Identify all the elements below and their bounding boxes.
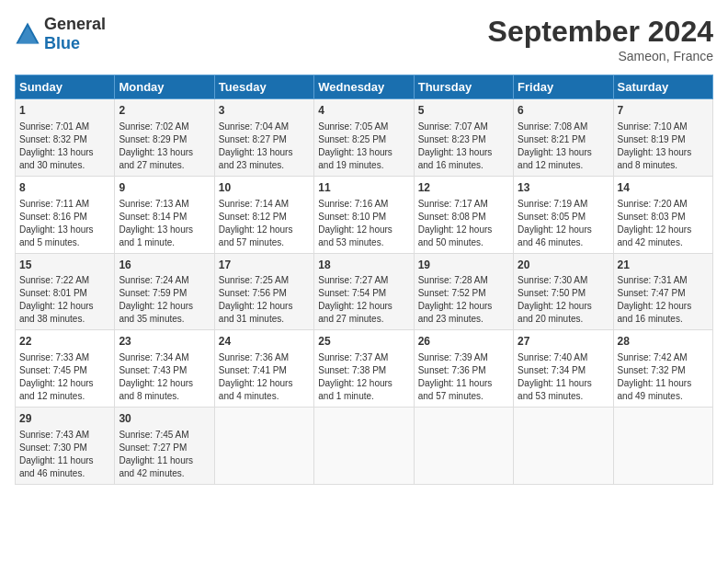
day-number: 26 xyxy=(418,334,509,350)
sunset-text: Sunset: 7:41 PM xyxy=(219,365,287,375)
sunrise-text: Sunrise: 7:36 AM xyxy=(219,352,289,362)
table-cell: 15Sunrise: 7:22 AMSunset: 8:01 PMDayligh… xyxy=(16,253,115,330)
sunset-text: Sunset: 8:16 PM xyxy=(19,212,87,222)
sunrise-text: Sunrise: 7:30 AM xyxy=(518,275,587,285)
day-number: 28 xyxy=(618,334,709,350)
table-cell: 12Sunrise: 7:17 AMSunset: 8:08 PMDayligh… xyxy=(414,176,513,253)
daylight-text: Daylight: 13 hours and 16 minutes. xyxy=(418,147,493,170)
logo-icon xyxy=(15,21,40,47)
daylight-text: Daylight: 13 hours and 5 minutes. xyxy=(19,224,94,247)
daylight-text: Daylight: 12 hours and 20 minutes. xyxy=(518,301,592,324)
header-thursday: Thursday xyxy=(414,75,513,99)
sunset-text: Sunset: 8:14 PM xyxy=(119,212,187,222)
day-number: 4 xyxy=(318,103,409,119)
sunset-text: Sunset: 8:21 PM xyxy=(518,134,586,144)
day-number: 7 xyxy=(618,103,709,119)
sunset-text: Sunset: 8:12 PM xyxy=(219,212,287,222)
table-cell: 6Sunrise: 7:08 AMSunset: 8:21 PMDaylight… xyxy=(514,99,613,177)
sunset-text: Sunset: 7:56 PM xyxy=(219,288,287,298)
table-cell: 11Sunrise: 7:16 AMSunset: 8:10 PMDayligh… xyxy=(314,176,414,253)
day-number: 19 xyxy=(418,258,509,273)
sunset-text: Sunset: 7:30 PM xyxy=(19,442,87,453)
day-number: 1 xyxy=(19,103,110,119)
header-tuesday: Tuesday xyxy=(214,75,313,99)
sunset-text: Sunset: 7:43 PM xyxy=(119,365,187,375)
table-cell: 16Sunrise: 7:24 AMSunset: 7:59 PMDayligh… xyxy=(115,253,214,330)
sunrise-text: Sunrise: 7:39 AM xyxy=(418,352,488,362)
sunrise-text: Sunrise: 7:42 AM xyxy=(618,352,688,362)
sunrise-text: Sunrise: 7:37 AM xyxy=(318,352,388,362)
header-monday: Monday xyxy=(115,75,214,99)
day-number: 11 xyxy=(318,180,409,196)
table-cell xyxy=(214,408,313,485)
table-cell: 17Sunrise: 7:25 AMSunset: 7:56 PMDayligh… xyxy=(214,253,313,330)
table-cell: 7Sunrise: 7:10 AMSunset: 8:19 PMDaylight… xyxy=(613,99,712,177)
week-row-3: 15Sunrise: 7:22 AMSunset: 8:01 PMDayligh… xyxy=(16,253,713,330)
table-cell: 22Sunrise: 7:33 AMSunset: 7:45 PMDayligh… xyxy=(16,330,115,408)
daylight-text: Daylight: 13 hours and 27 minutes. xyxy=(119,147,193,170)
day-number: 27 xyxy=(518,334,609,350)
table-cell: 21Sunrise: 7:31 AMSunset: 7:47 PMDayligh… xyxy=(613,253,712,330)
day-number: 16 xyxy=(119,258,210,273)
daylight-text: Daylight: 12 hours and 53 minutes. xyxy=(318,224,392,247)
sunrise-text: Sunrise: 7:28 AM xyxy=(418,275,488,285)
daylight-text: Daylight: 12 hours and 12 minutes. xyxy=(19,378,94,401)
calendar-table: Sunday Monday Tuesday Wednesday Thursday… xyxy=(15,75,713,485)
table-cell: 19Sunrise: 7:28 AMSunset: 7:52 PMDayligh… xyxy=(414,253,513,330)
daylight-text: Daylight: 12 hours and 27 minutes. xyxy=(318,301,392,324)
day-number: 12 xyxy=(418,180,509,196)
table-cell: 24Sunrise: 7:36 AMSunset: 7:41 PMDayligh… xyxy=(214,330,313,408)
sunrise-text: Sunrise: 7:02 AM xyxy=(119,121,188,132)
days-header-row: Sunday Monday Tuesday Wednesday Thursday… xyxy=(16,75,713,99)
sunset-text: Sunset: 8:27 PM xyxy=(219,134,287,144)
sunrise-text: Sunrise: 7:34 AM xyxy=(119,352,188,362)
sunset-text: Sunset: 8:25 PM xyxy=(318,134,386,144)
week-row-2: 8Sunrise: 7:11 AMSunset: 8:16 PMDaylight… xyxy=(16,176,713,253)
sunset-text: Sunset: 8:19 PM xyxy=(618,134,686,144)
sunset-text: Sunset: 8:10 PM xyxy=(318,212,386,222)
sunrise-text: Sunrise: 7:20 AM xyxy=(618,199,688,209)
daylight-text: Daylight: 12 hours and 4 minutes. xyxy=(219,378,293,401)
page-header: General Blue September 2024 Sameon, Fran… xyxy=(15,15,713,63)
day-number: 30 xyxy=(119,411,210,427)
table-cell xyxy=(314,408,414,485)
table-cell: 29Sunrise: 7:43 AMSunset: 7:30 PMDayligh… xyxy=(16,408,115,485)
sunset-text: Sunset: 7:50 PM xyxy=(518,288,586,298)
table-cell: 20Sunrise: 7:30 AMSunset: 7:50 PMDayligh… xyxy=(514,253,613,330)
sunset-text: Sunset: 8:03 PM xyxy=(618,212,686,222)
table-cell xyxy=(414,408,513,485)
table-cell: 30Sunrise: 7:45 AMSunset: 7:27 PMDayligh… xyxy=(115,408,214,485)
day-number: 5 xyxy=(418,103,509,119)
daylight-text: Daylight: 12 hours and 23 minutes. xyxy=(418,301,493,324)
sunrise-text: Sunrise: 7:08 AM xyxy=(518,121,587,132)
sunrise-text: Sunrise: 7:45 AM xyxy=(119,430,188,440)
week-row-1: 1Sunrise: 7:01 AMSunset: 8:32 PMDaylight… xyxy=(16,99,713,177)
daylight-text: Daylight: 13 hours and 19 minutes. xyxy=(318,147,392,170)
daylight-text: Daylight: 11 hours and 42 minutes. xyxy=(119,455,193,478)
day-number: 24 xyxy=(219,334,310,350)
day-number: 21 xyxy=(618,258,709,273)
table-cell: 27Sunrise: 7:40 AMSunset: 7:34 PMDayligh… xyxy=(514,330,613,408)
daylight-text: Daylight: 12 hours and 31 minutes. xyxy=(219,301,293,324)
day-number: 17 xyxy=(219,258,310,273)
header-wednesday: Wednesday xyxy=(314,75,414,99)
day-number: 8 xyxy=(19,180,110,196)
sunset-text: Sunset: 7:38 PM xyxy=(318,365,386,375)
header-sunday: Sunday xyxy=(16,75,115,99)
table-cell: 1Sunrise: 7:01 AMSunset: 8:32 PMDaylight… xyxy=(16,99,115,177)
daylight-text: Daylight: 13 hours and 12 minutes. xyxy=(518,147,592,170)
header-friday: Friday xyxy=(514,75,613,99)
table-cell: 9Sunrise: 7:13 AMSunset: 8:14 PMDaylight… xyxy=(115,176,214,253)
daylight-text: Daylight: 11 hours and 49 minutes. xyxy=(618,378,692,401)
daylight-text: Daylight: 12 hours and 16 minutes. xyxy=(618,301,692,324)
table-cell: 4Sunrise: 7:05 AMSunset: 8:25 PMDaylight… xyxy=(314,99,414,177)
daylight-text: Daylight: 12 hours and 38 minutes. xyxy=(19,301,94,324)
sunrise-text: Sunrise: 7:43 AM xyxy=(19,430,89,440)
sunrise-text: Sunrise: 7:04 AM xyxy=(219,121,289,132)
day-number: 10 xyxy=(219,180,310,196)
table-cell: 14Sunrise: 7:20 AMSunset: 8:03 PMDayligh… xyxy=(613,176,712,253)
sunrise-text: Sunrise: 7:01 AM xyxy=(19,121,89,132)
day-number: 13 xyxy=(518,180,609,196)
sunset-text: Sunset: 8:23 PM xyxy=(418,134,486,144)
sunrise-text: Sunrise: 7:17 AM xyxy=(418,199,488,209)
